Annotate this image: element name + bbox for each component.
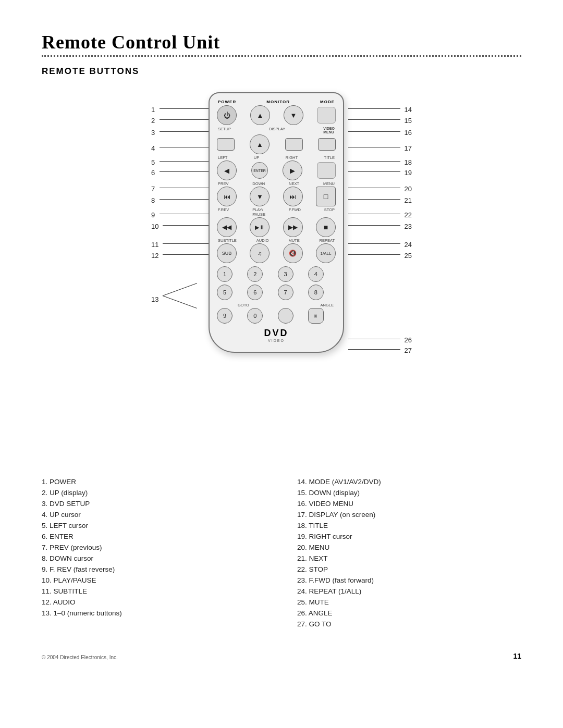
mode-label: MODE: [320, 100, 335, 104]
line-4: [160, 147, 209, 147]
repeat-label: REPEAT: [320, 238, 335, 243]
num-9-button[interactable]: 9: [217, 308, 232, 324]
section-heading: REMOTE BUTTONS: [42, 66, 521, 77]
power-button[interactable]: ⏻: [217, 105, 237, 125]
label-9: 9: [151, 211, 155, 219]
line-27: [348, 349, 400, 350]
label-26: 26: [405, 336, 412, 344]
label-19: 19: [405, 169, 412, 177]
prev-label: PREV: [218, 181, 228, 186]
line-9: [160, 214, 209, 214]
label-1: 1: [151, 106, 155, 114]
left-cursor-button[interactable]: ◀: [217, 161, 237, 180]
goto-button[interactable]: [278, 308, 293, 324]
list-item-19: 19. RIGHT cursor: [297, 533, 521, 540]
mute-button[interactable]: 🔇: [283, 243, 303, 263]
setup-button[interactable]: [217, 138, 235, 151]
list-item-25: 25. MUTE: [297, 598, 521, 606]
list-item-18: 18. TITLE: [297, 522, 521, 529]
menu-button[interactable]: □: [316, 187, 336, 206]
next-button[interactable]: ⏭: [283, 187, 303, 206]
ffwd-label: F.FWD: [289, 207, 301, 217]
title-label: TITLE: [324, 155, 335, 160]
line-18: [348, 161, 400, 162]
label-16: 16: [405, 129, 412, 137]
repeat-button[interactable]: 1/ALL: [316, 243, 336, 263]
num-8-button[interactable]: 8: [308, 285, 324, 300]
audio-label: AUDIO: [256, 238, 269, 243]
num-5-button[interactable]: 5: [217, 285, 232, 300]
prev-button[interactable]: ⏮: [217, 187, 237, 206]
label-27: 27: [405, 347, 412, 354]
videomenu-label: VIDEOMENU: [323, 127, 335, 134]
list-item-12: 12. AUDIO: [42, 598, 266, 606]
subtitle-button[interactable]: SUB: [217, 243, 237, 263]
stop-button[interactable]: ■: [316, 217, 336, 237]
label-18: 18: [405, 158, 412, 166]
num-4-button[interactable]: 4: [308, 266, 324, 282]
frev-button[interactable]: ◀◀: [217, 217, 237, 237]
angle-button[interactable]: ⊞: [308, 308, 324, 324]
frev-label: F.REV: [218, 207, 229, 217]
label-11: 11: [151, 241, 158, 249]
ffwd-button[interactable]: ▶▶: [283, 217, 303, 237]
list-item-5: 5. LEFT cursor: [42, 522, 266, 529]
page-title: Remote Control Unit: [42, 31, 521, 53]
num-1-button[interactable]: 1: [217, 266, 232, 282]
label-23: 23: [405, 223, 412, 230]
line-17: [348, 147, 400, 147]
label-15: 15: [405, 117, 412, 125]
line-14: [348, 108, 400, 109]
num-3-button[interactable]: 3: [278, 266, 293, 282]
list-item-10: 10. PLAY/PAUSE: [42, 576, 266, 584]
button-lists: 1. POWER 2. UP (display) 3. DVD SETUP 4.…: [42, 478, 521, 631]
line-16: [348, 131, 400, 132]
label-2: 2: [151, 117, 155, 125]
line-20: [348, 188, 400, 188]
line-19: [348, 171, 400, 172]
video-menu-button[interactable]: [318, 138, 336, 151]
list-item-3: 3. DVD SETUP: [42, 500, 266, 508]
up-cursor-button[interactable]: ▲: [250, 134, 270, 154]
down-cursor-button[interactable]: ▼: [250, 187, 270, 206]
enter-button[interactable]: ENTER: [251, 162, 268, 179]
num-6-button[interactable]: 6: [247, 285, 263, 300]
num-7-button[interactable]: 7: [278, 285, 293, 300]
line-12: [163, 254, 209, 255]
list-item-22: 22. STOP: [297, 565, 521, 573]
num-0-button[interactable]: 0: [247, 308, 263, 324]
line-10: [163, 225, 209, 226]
label-17: 17: [405, 144, 412, 152]
playpause-label: PLAY/PAUSE: [252, 207, 265, 217]
line-21: [348, 199, 400, 200]
title-divider: [42, 55, 521, 57]
label-14: 14: [405, 106, 412, 114]
line-8: [160, 199, 209, 200]
next-label: NEXT: [289, 181, 299, 186]
subtitle-label: SUBTITLE: [218, 238, 237, 243]
title-button[interactable]: [317, 162, 336, 179]
monitor-up-button[interactable]: ▲: [250, 105, 270, 125]
audio-button[interactable]: ♫: [250, 243, 270, 263]
num-2-button[interactable]: 2: [247, 266, 263, 282]
down-label: DOWN: [252, 181, 265, 186]
mode-down-button[interactable]: ▼: [284, 105, 303, 125]
line-13a: [163, 295, 197, 309]
line-6: [160, 171, 209, 172]
line-7: [160, 188, 209, 188]
diagram-full: 1 2 3 4 5 6 7 8 9 10 11 12: [151, 87, 412, 462]
list-right: 14. MODE (AV1/AV2/DVD) 15. DOWN (display…: [297, 478, 521, 631]
list-item-24: 24. REPEAT (1/ALL): [297, 587, 521, 595]
list-item-27: 27. GO TO: [297, 620, 521, 628]
line-11: [163, 243, 209, 244]
list-item-14: 14. MODE (AV1/AV2/DVD): [297, 478, 521, 486]
line-15: [348, 119, 400, 120]
label-20: 20: [405, 185, 412, 193]
list-item-20: 20. MENU: [297, 544, 521, 551]
right-cursor-button[interactable]: ▶: [283, 161, 302, 180]
page-number: 11: [513, 652, 521, 660]
playpause-button[interactable]: ▶⏸: [250, 217, 270, 237]
label-22: 22: [405, 211, 412, 219]
display-button[interactable]: [285, 138, 303, 151]
mode-blank-button[interactable]: [317, 107, 336, 124]
